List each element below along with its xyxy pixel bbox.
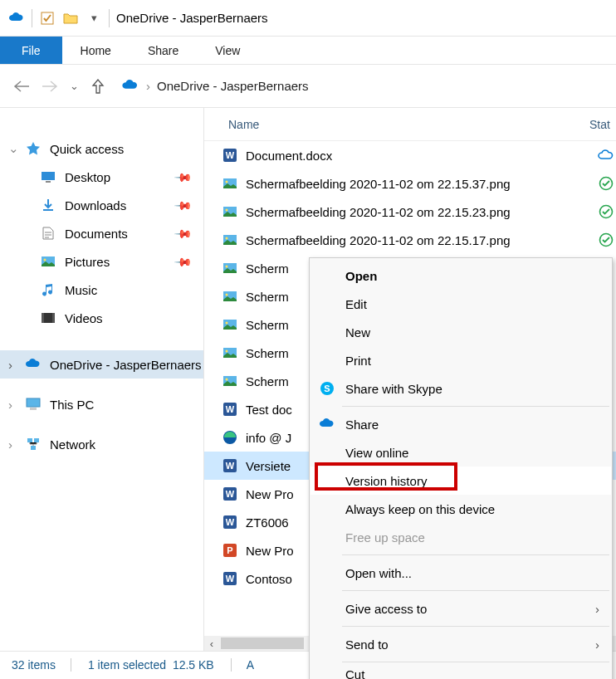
onedrive-icon — [319, 416, 335, 432]
menu-edit[interactable]: Edit — [310, 290, 611, 318]
download-icon — [40, 198, 56, 212]
pin-icon: 📌 — [174, 167, 193, 186]
scroll-left-button[interactable]: ‹ — [204, 636, 219, 651]
star-icon — [25, 141, 42, 156]
back-button[interactable] — [12, 76, 32, 96]
menu-version-history[interactable]: Version history — [310, 467, 611, 495]
menu-open-with[interactable]: Open with... — [310, 559, 611, 587]
onedrive-icon — [121, 80, 139, 92]
svg-text:W: W — [226, 461, 235, 471]
ribbon-tabs: File Home Share View — [0, 37, 616, 65]
word-icon: W — [222, 486, 237, 501]
image-icon — [222, 261, 237, 276]
pin-icon: 📌 — [174, 223, 193, 242]
scrollbar-thumb[interactable] — [221, 637, 304, 649]
file-row[interactable]: Schermafbeelding 2020-11-02 om 22.15.23.… — [204, 198, 616, 226]
svg-point-25 — [226, 266, 228, 268]
svg-text:W: W — [226, 489, 235, 499]
svg-rect-6 — [42, 313, 44, 323]
chevron-right-icon: › — [595, 637, 599, 652]
svg-text:S: S — [324, 383, 330, 393]
nav-pictures[interactable]: Pictures 📌 — [0, 247, 203, 276]
pictures-icon — [40, 254, 56, 269]
network-icon — [25, 437, 42, 452]
desktop-icon — [40, 169, 56, 184]
menu-new[interactable]: New — [310, 318, 611, 346]
nav-network[interactable]: › Network — [0, 430, 203, 458]
nav-desktop[interactable]: Desktop 📌 — [0, 163, 203, 191]
forward-button[interactable] — [40, 76, 60, 96]
chevron-right-icon: › — [595, 602, 599, 616]
word-icon: W — [222, 458, 237, 473]
breadcrumb-location[interactable]: OneDrive - JasperBernaers — [157, 79, 309, 93]
svg-point-22 — [226, 237, 228, 240]
menu-free-up[interactable]: Free up space — [310, 523, 611, 551]
nav-videos[interactable]: Videos — [0, 304, 203, 332]
onedrive-icon — [25, 357, 42, 372]
qat-folder-icon[interactable] — [62, 10, 79, 27]
image-icon — [222, 289, 237, 304]
status-icon — [596, 204, 616, 219]
skype-icon: S — [319, 380, 335, 397]
qat-properties-icon[interactable] — [39, 10, 56, 27]
nav-documents[interactable]: Documents 📌 — [0, 219, 203, 247]
onedrive-icon — [8, 10, 25, 27]
column-status[interactable]: Stat — [589, 118, 616, 131]
context-menu: Open Edit New Print S Share with Skype S… — [309, 257, 613, 679]
svg-rect-9 — [30, 408, 37, 410]
file-name: Schermafbeelding 2020-11-02 om 22.15.23.… — [246, 205, 588, 219]
svg-point-27 — [226, 294, 228, 296]
menu-share-skype[interactable]: S Share with Skype — [310, 374, 611, 403]
tab-file[interactable]: File — [0, 37, 62, 64]
quick-access-header[interactable]: ⌄ Quick access — [0, 134, 203, 163]
svg-point-19 — [226, 209, 228, 212]
word-icon: W — [222, 571, 237, 586]
svg-rect-1 — [42, 172, 55, 180]
file-row[interactable]: Schermafbeelding 2020-11-02 om 22.15.17.… — [204, 226, 616, 254]
image-icon — [222, 204, 237, 219]
image-icon — [222, 317, 237, 332]
tab-home[interactable]: Home — [62, 37, 130, 64]
videos-icon — [40, 310, 56, 325]
menu-print[interactable]: Print — [310, 346, 611, 374]
chevron-icon: › — [8, 437, 12, 452]
nav-bar: ⌄ › OneDrive - JasperBernaers — [0, 65, 616, 108]
status-icon — [596, 232, 616, 247]
nav-onedrive[interactable]: › OneDrive - JasperBernaers — [0, 350, 203, 379]
up-button[interactable] — [88, 76, 108, 96]
image-icon — [222, 374, 237, 388]
nav-downloads[interactable]: Downloads 📌 — [0, 191, 203, 219]
menu-give-access[interactable]: Give access to › — [310, 594, 611, 623]
nav-music[interactable]: Music — [0, 276, 203, 304]
image-icon — [222, 232, 237, 247]
music-icon — [40, 282, 56, 297]
menu-send-to[interactable]: Send to › — [310, 630, 611, 658]
menu-view-online[interactable]: View online — [310, 438, 611, 467]
tab-view[interactable]: View — [197, 37, 258, 64]
tab-share[interactable]: Share — [130, 37, 197, 64]
image-icon — [222, 345, 237, 360]
menu-open[interactable]: Open — [310, 261, 611, 290]
recent-dropdown[interactable]: ⌄ — [68, 76, 80, 96]
svg-point-16 — [226, 181, 228, 183]
svg-rect-11 — [34, 438, 39, 442]
word-icon: W — [222, 515, 237, 530]
nav-this-pc[interactable]: › This PC — [0, 390, 203, 418]
column-name[interactable]: Name — [204, 118, 589, 131]
pc-icon — [25, 397, 42, 412]
title-bar: ▾ OneDrive - JasperBernaers — [0, 0, 616, 37]
chevron-icon: ⌄ — [8, 141, 19, 156]
svg-rect-10 — [27, 438, 32, 442]
status-icon — [596, 149, 616, 161]
qat-dropdown-icon[interactable]: ▾ — [86, 10, 102, 27]
file-row[interactable]: Schermafbeelding 2020-11-02 om 22.15.37.… — [204, 169, 616, 198]
nav-pane: ⌄ Quick access Desktop 📌 Downloads 📌 Doc… — [0, 108, 204, 651]
column-headers: Name Stat — [204, 108, 616, 141]
svg-text:W: W — [226, 150, 235, 160]
file-row[interactable]: WDocument.docx — [204, 141, 616, 169]
menu-share[interactable]: Share — [310, 410, 611, 438]
breadcrumb[interactable]: › OneDrive - JasperBernaers — [121, 79, 309, 93]
menu-cut[interactable]: Cut — [310, 666, 611, 679]
svg-text:W: W — [226, 517, 235, 527]
menu-always-keep[interactable]: Always keep on this device — [310, 495, 611, 523]
